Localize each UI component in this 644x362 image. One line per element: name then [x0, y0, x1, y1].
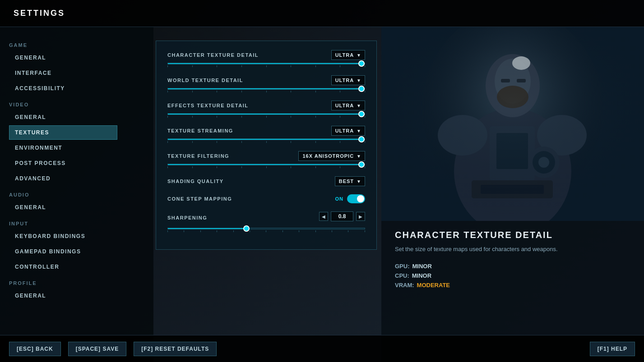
cpu-value: MINOR	[412, 272, 431, 279]
slider-thumb	[358, 60, 365, 67]
dropdown-world-texture[interactable]: ULTRA ▼	[331, 75, 365, 85]
setting-world-texture-detail: WORLD TEXTURE DETAIL ULTRA ▼	[167, 75, 365, 92]
save-button[interactable]: [SPACE] SAVE	[68, 342, 127, 356]
sidebar-item-input-controller[interactable]: CONTROLLER	[9, 260, 117, 274]
slider-world-texture[interactable]	[167, 88, 365, 90]
character-svg	[381, 27, 644, 221]
dropdown-value-effects-texture: ULTRA	[335, 103, 354, 108]
toggle-cone-step[interactable]: ON	[335, 194, 366, 203]
info-setting-title: CHARACTER TEXTURE DETAIL	[395, 230, 630, 240]
toggle-value-cone-step: ON	[335, 196, 344, 202]
toggle-knob	[357, 195, 364, 202]
slider-thumb	[358, 161, 365, 168]
setting-label-character-texture: CHARACTER TEXTURE DETAIL	[167, 52, 259, 58]
sidebar-item-video-environment[interactable]: ENVIRONMENT	[9, 141, 117, 155]
reset-defaults-button[interactable]: [F2] RESET DEFAULTS	[134, 342, 217, 356]
vram-value: MODERATE	[417, 282, 450, 289]
setting-label-shading-quality: SHADING QUALITY	[167, 179, 224, 184]
slider-sharpening[interactable]	[167, 228, 365, 229]
sidebar-item-video-postprocess[interactable]: POST PROCESS	[9, 156, 117, 170]
bottom-bar: [ESC] BACK [SPACE] SAVE [F2] RESET DEFAU…	[0, 335, 644, 362]
dropdown-value-texture-filtering: 16X ANISOTROPIC	[302, 153, 354, 159]
slider-effects-texture[interactable]	[167, 113, 365, 115]
slider-fill	[168, 139, 365, 140]
performance-stats: GPU: MINOR CPU: MINOR VRAM: MODERATE	[395, 263, 630, 289]
chevron-down-icon: ▼	[357, 128, 361, 133]
sharpening-value-display: 0.8	[331, 211, 353, 221]
slider-fill	[168, 63, 365, 64]
sidebar-section-game: GAME	[9, 42, 144, 48]
vram-label: VRAM:	[395, 282, 414, 289]
sidebar-item-profile-general[interactable]: GENERAL	[9, 289, 117, 303]
slider-ticks	[167, 91, 365, 92]
dropdown-value-world-texture: ULTRA	[335, 78, 354, 83]
info-text-area: CHARACTER TEXTURE DETAIL Set the size of…	[381, 221, 644, 300]
setting-label-sharpening: SHARPENING	[167, 215, 207, 220]
slider-ticks	[167, 65, 365, 67]
slider-fill	[168, 114, 365, 115]
dropdown-effects-texture[interactable]: ULTRA ▼	[331, 101, 365, 110]
setting-effects-texture-detail: EFFECTS TEXTURE DETAIL ULTRA ▼	[167, 101, 365, 118]
setting-sharpening: SHARPENING ◀ 0.8 ▶	[167, 211, 365, 232]
slider-thumb	[358, 111, 365, 117]
slider-texture-filtering[interactable]	[167, 164, 365, 165]
slider-fill	[168, 164, 365, 165]
character-image	[381, 27, 644, 221]
slider-thumb	[358, 86, 365, 92]
slider-thumb	[358, 136, 365, 142]
slider-ticks	[167, 166, 365, 168]
sidebar-item-video-advanced[interactable]: ADVANCED	[9, 171, 117, 186]
sidebar-item-game-interface[interactable]: INTERFACE	[9, 66, 117, 80]
setting-texture-streaming: TEXTURE STREAMING ULTRA ▼	[167, 126, 365, 143]
sidebar-item-video-general[interactable]: GENERAL	[9, 110, 117, 124]
cpu-stat-row: CPU: MINOR	[395, 272, 630, 279]
sharpening-increase-btn[interactable]: ▶	[356, 212, 365, 221]
settings-panel: CHARACTER TEXTURE DETAIL ULTRA ▼ WORLD T…	[156, 41, 377, 250]
setting-character-texture-detail: CHARACTER TEXTURE DETAIL ULTRA ▼	[167, 50, 365, 67]
sidebar-section-audio: AUDIO	[9, 192, 144, 197]
toggle-switch-bg[interactable]	[347, 194, 365, 203]
slider-character-texture[interactable]	[167, 63, 365, 64]
setting-label-texture-filtering: TEXTURE FILTERING	[167, 153, 229, 159]
slider-ticks-sharpening	[167, 230, 365, 232]
slider-texture-streaming[interactable]	[167, 138, 365, 140]
svg-rect-18	[381, 27, 644, 221]
vram-stat-row: VRAM: MODERATE	[395, 282, 630, 289]
dropdown-character-texture[interactable]: ULTRA ▼	[331, 50, 365, 60]
chevron-down-icon: ▼	[357, 179, 361, 184]
cpu-label: CPU:	[395, 272, 409, 279]
dropdown-texture-streaming[interactable]: ULTRA ▼	[331, 126, 365, 136]
sidebar-item-audio-general[interactable]: GENERAL	[9, 200, 117, 215]
sidebar-item-input-keyboard[interactable]: KEYBOARD BINDINGS	[9, 229, 117, 243]
slider-thumb-sharpening	[243, 225, 250, 232]
dropdown-texture-filtering[interactable]: 16X ANISOTROPIC ▼	[298, 151, 365, 161]
sharpening-decrease-btn[interactable]: ◀	[319, 212, 328, 221]
sidebar-item-game-accessibility[interactable]: ACCESSIBILITY	[9, 81, 117, 96]
chevron-down-icon: ▼	[357, 154, 361, 159]
dropdown-value-shading-quality: BEST	[339, 179, 354, 184]
slider-fill	[168, 88, 365, 89]
back-button[interactable]: [ESC] BACK	[9, 342, 61, 356]
slider-fill-sharpening	[168, 228, 246, 229]
setting-label-world-texture: WORLD TEXTURE DETAIL	[167, 78, 243, 83]
dropdown-value-texture-streaming: ULTRA	[335, 128, 354, 133]
sidebar-item-input-gamepad[interactable]: GAMEPAD BINDINGS	[9, 244, 117, 259]
help-button[interactable]: [F1] HELP	[590, 342, 635, 356]
setting-shading-quality: SHADING QUALITY BEST ▼	[167, 176, 365, 186]
setting-label-texture-streaming: TEXTURE STREAMING	[167, 128, 233, 133]
sidebar-item-video-textures[interactable]: TEXTURES	[9, 125, 117, 140]
sidebar-section-profile: PROFILE	[9, 280, 144, 286]
slider-ticks	[167, 141, 365, 143]
sidebar-section-video: VIDEO	[9, 102, 144, 107]
dropdown-shading-quality[interactable]: BEST ▼	[335, 176, 365, 186]
sidebar-section-input: INPUT	[9, 221, 144, 226]
slider-ticks	[167, 116, 365, 118]
setting-label-cone-step: CONE STEP MAPPING	[167, 196, 232, 202]
info-description: Set the size of texture maps used for ch…	[395, 245, 630, 254]
sidebar: GAMEGENERALINTERFACEACCESSIBILITYVIDEOGE…	[0, 27, 153, 362]
sidebar-item-game-general[interactable]: GENERAL	[9, 50, 117, 65]
chevron-down-icon: ▼	[357, 103, 361, 108]
gpu-label: GPU:	[395, 263, 410, 270]
header: SETTINGS	[0, 0, 644, 27]
chevron-down-icon: ▼	[357, 78, 361, 83]
